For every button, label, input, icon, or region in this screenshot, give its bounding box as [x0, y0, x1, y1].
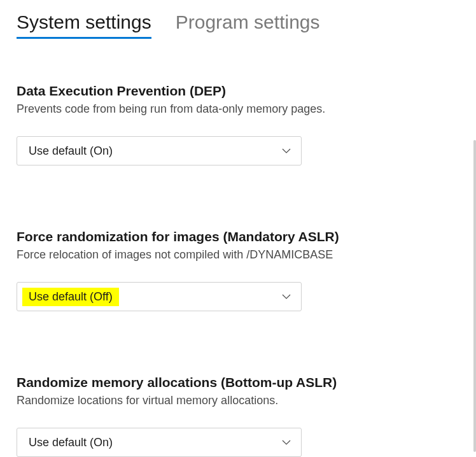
setting-aslr-mandatory-value: Use default (Off)	[22, 288, 119, 306]
tabs-container: System settings Program settings	[17, 11, 459, 39]
chevron-down-icon	[282, 292, 291, 301]
setting-aslr-bottomup-dropdown[interactable]: Use default (On)	[17, 428, 302, 457]
setting-aslr-bottomup-description: Randomize locations for virtual memory a…	[17, 394, 459, 407]
setting-dep-description: Prevents code from being run from data-o…	[17, 102, 459, 116]
setting-aslr-mandatory: Force randomization for images (Mandator…	[17, 229, 459, 311]
setting-dep: Data Execution Prevention (DEP) Prevents…	[17, 83, 459, 165]
setting-aslr-mandatory-description: Force relocation of images not compiled …	[17, 248, 459, 262]
setting-aslr-mandatory-title: Force randomization for images (Mandator…	[17, 229, 459, 244]
setting-aslr-bottomup: Randomize memory allocations (Bottom-up …	[17, 375, 459, 457]
chevron-down-icon	[282, 438, 291, 447]
setting-dep-title: Data Execution Prevention (DEP)	[17, 83, 459, 99]
setting-dep-value: Use default (On)	[22, 142, 119, 160]
setting-dep-dropdown[interactable]: Use default (On)	[17, 136, 302, 165]
tab-program-settings[interactable]: Program settings	[176, 11, 320, 39]
setting-aslr-bottomup-title: Randomize memory allocations (Bottom-up …	[17, 375, 459, 390]
tab-system-settings[interactable]: System settings	[17, 11, 151, 39]
scrollbar[interactable]	[473, 140, 476, 452]
setting-aslr-bottomup-value: Use default (On)	[22, 433, 119, 452]
setting-aslr-mandatory-dropdown[interactable]: Use default (Off)	[17, 282, 302, 311]
chevron-down-icon	[282, 146, 291, 155]
